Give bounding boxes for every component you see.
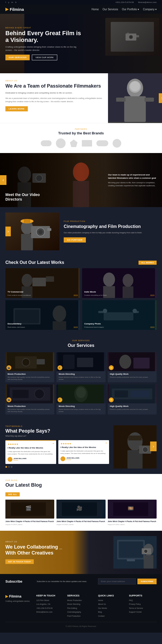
testimonial-desc-1: I really appreciate the dedication and p…	[8, 450, 54, 455]
service-icon-1: 🎬	[6, 365, 11, 370]
works-all-button[interactable]: ALL WORKS	[139, 261, 157, 265]
linkedin-icon[interactable]: in	[11, 1, 13, 4]
about-chevron-right[interactable]: ›	[159, 93, 162, 103]
service-info-2: Movie Directing Expert direction that br…	[56, 371, 105, 382]
svg-rect-7	[124, 96, 146, 122]
footer-support-4[interactable]: Support Center	[129, 611, 157, 614]
hero-cta-primary[interactable]: OUR SERVICES	[5, 55, 30, 60]
service-card-6[interactable]: ⭐ High Quality Work Premium quality prod…	[108, 384, 157, 414]
service-card-2[interactable]: 🎭 Movie Directing Expert direction that …	[56, 352, 105, 382]
svg-point-26	[38, 230, 43, 234]
blog-card-2[interactable]: 🎥 John Wick Chapter 4 Packs A Fist And F…	[56, 500, 105, 525]
blog-cta-button[interactable]: SEE ALL	[5, 492, 20, 496]
cinema-cta[interactable]: GO FURTHER	[64, 237, 86, 243]
footer-address-1: 123 Film Street	[36, 599, 64, 602]
footer-service-2[interactable]: Movie Directing	[67, 603, 95, 606]
work-card-tv-desc: From script to screen excellence	[8, 294, 78, 296]
work-card-documentary-year: 2023	[73, 326, 78, 328]
work-card-tv-commercial[interactable]: TV Commercial From script to screen exce…	[5, 268, 80, 298]
footer-services-title: Services	[67, 594, 95, 597]
work-card-tv-label: TV Commercial	[8, 291, 23, 293]
directors-chevron-left[interactable]: ‹	[0, 175, 6, 185]
brand-logo-3	[70, 140, 77, 147]
work-card-company-content: Company Photo Professional brand imagery	[84, 321, 154, 328]
collab-image	[113, 536, 157, 569]
facebook-icon[interactable]: f	[5, 1, 6, 4]
blog-card-3[interactable]: 🎞️ John Wick Chapter 4 Packs A Fist And …	[108, 500, 157, 525]
nav-social-links[interactable]: f y in b	[5, 1, 16, 4]
svg-rect-105	[127, 559, 135, 561]
svg-rect-4	[127, 33, 129, 34]
footer-support-1[interactable]: FAQ	[129, 599, 157, 602]
service-card-4[interactable]: 🎬 Movie Production We produce high-quali…	[5, 384, 54, 414]
hero-cta-secondary[interactable]: VIEW OUR WORK	[32, 55, 57, 60]
work-card-documentary-desc: Real stories, real impact	[8, 326, 78, 328]
svg-rect-79	[109, 384, 155, 403]
service-desc-6: Premium quality production services for …	[110, 408, 154, 410]
footer-support-3[interactable]: Terms of Service	[129, 607, 157, 610]
testimonial-card-2[interactable]: ★★★★★ " I Really Like the Idea of the Mo…	[58, 440, 109, 464]
work-card-indie[interactable]: Indie Movie Creative storytelling at its…	[82, 268, 157, 298]
works-title: Check Out Our Latest Works	[5, 260, 64, 265]
about-subtitle: Dedicated to bringing creative and compe…	[5, 91, 103, 95]
nav-home[interactable]: Home	[92, 8, 99, 11]
nav-topbar: f y in b +001-234-5-678-99 filmina@demo.…	[0, 0, 162, 5]
testimonial-author-2: JOHN WILLIAMS Director	[60, 456, 107, 461]
pagination-dot-2[interactable]	[8, 466, 10, 468]
cinema-chevron[interactable]: ›	[5, 227, 11, 236]
nav-company[interactable]: Company ▾	[143, 8, 157, 11]
footer-logo: ▶ Filmina	[5, 594, 33, 598]
work-card-tv-content: TV Commercial From script to screen exce…	[8, 289, 78, 296]
collab-cta[interactable]: GET IN TOUCH TODAY	[5, 559, 34, 564]
about-cta[interactable]: LEARN MORE	[5, 106, 28, 111]
service-card-3[interactable]: ⭐ High Quality Work Premium quality prod…	[108, 352, 157, 382]
footer-link-1[interactable]: Home	[98, 599, 126, 602]
footer-service-1[interactable]: Movie Production	[67, 599, 95, 602]
nav-logo[interactable]: ▶ Filmina	[5, 7, 24, 12]
works-header: Check Out Our Latest Works ALL WORKS	[5, 260, 157, 265]
subscribe-input[interactable]	[98, 578, 136, 585]
work-card-documentary[interactable]: Documentary Real stories, real impact 20…	[5, 300, 80, 330]
youtube-icon[interactable]: y	[8, 1, 9, 4]
testimonial-next-button[interactable]: ›	[150, 441, 157, 451]
behance-icon[interactable]: b	[15, 1, 16, 4]
subscribe-button[interactable]: SUBSCRIBE	[137, 579, 157, 584]
footer-link-3[interactable]: Our Works	[98, 607, 126, 610]
nav-menu: Home Our Services Our Portfolio ▾ Compan…	[92, 8, 157, 11]
work-card-company[interactable]: Company Photo Professional brand imagery…	[82, 300, 157, 330]
directors-content: Meet the Our Video Directors	[5, 192, 49, 202]
svg-rect-9	[144, 98, 154, 102]
footer-service-3[interactable]: Film Editing	[67, 607, 95, 610]
work-card-indie-year: 2023	[150, 294, 154, 296]
blog-header: OUR BLOG Our Latest Blog SEE ALL	[5, 479, 157, 497]
svg-rect-23	[24, 219, 30, 223]
nav-services[interactable]: Our Services	[103, 8, 118, 11]
work-card-company-label: Company Photo	[84, 323, 101, 325]
testimonial-card-1[interactable]: ★★★★★ " I Really Like the Idea of the Mo…	[5, 440, 56, 464]
footer-service-5[interactable]: Post Production	[67, 615, 95, 618]
pagination-dot-1[interactable]	[5, 466, 7, 468]
hero-tag: Behind Every Great	[5, 27, 81, 29]
svg-point-2	[130, 36, 132, 38]
service-img-1: 🎬	[5, 352, 54, 371]
footer-service-4[interactable]: Cinematography	[67, 611, 95, 614]
nav-portfolio[interactable]: Our Portfolio ▾	[122, 8, 139, 11]
cinema-tag: FILM PRODUCTION	[64, 220, 157, 222]
footer-link-5[interactable]: Contact	[98, 615, 126, 618]
footer-link-2[interactable]: About Us	[98, 603, 126, 606]
service-card-1[interactable]: 🎬 Movie Production We produce high-quali…	[5, 352, 54, 382]
service-name-2: Movie Directing	[59, 373, 103, 375]
blog-card-1[interactable]: 🎬 John Wick Chapter 4 Packs A Fist And F…	[5, 500, 54, 525]
about-image: ›	[108, 73, 162, 123]
svg-text:🎬: 🎬	[25, 505, 32, 511]
footer-keep-in-touch: Keep In Touch 123 Film Street Los Angele…	[36, 594, 64, 619]
footer-link-4[interactable]: Blog	[98, 611, 126, 614]
hero-camera-visual	[111, 22, 154, 52]
svg-text:🎞️: 🎞️	[128, 505, 134, 511]
service-card-5[interactable]: 🎭 Movie Directing Expert direction that …	[56, 384, 105, 414]
service-name-4: Movie Production	[8, 405, 52, 407]
pagination-dot-3[interactable]	[11, 466, 12, 468]
service-desc-3: Premium quality production services for …	[110, 376, 154, 378]
service-icon-4: 🎬	[6, 397, 11, 402]
footer-support-2[interactable]: Privacy Policy	[129, 603, 157, 606]
